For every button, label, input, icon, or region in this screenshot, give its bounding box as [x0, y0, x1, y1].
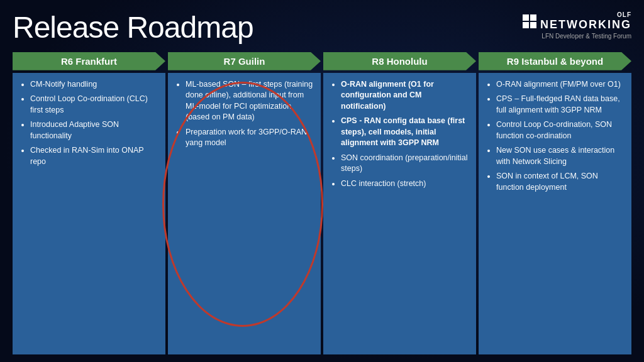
- col-header-r8: R8 Honolulu: [323, 52, 476, 70]
- olf-text: OLF: [540, 11, 631, 18]
- col-header-r6: R6 Frankfurt: [13, 52, 165, 70]
- list-item: CPS - RAN config data base (first steps)…: [341, 116, 469, 149]
- slide-title: Release Roadmap: [13, 11, 253, 45]
- list-item: Preparation work for 3GPP/O-RAN yang mod…: [186, 127, 313, 149]
- col-header-r9: R9 Istanbul & beyond: [479, 52, 631, 70]
- list-item: ML-based SON – first steps (training don…: [186, 79, 313, 123]
- list-item: New SON use cases & interaction with Net…: [496, 145, 624, 167]
- list-item: Control Loop Co-ordination (CLC) first s…: [30, 94, 158, 116]
- col-box-r7: ML-based SON – first steps (training don…: [168, 73, 321, 354]
- lfn-subtitle: LFN Developer & Testing Forum: [523, 33, 631, 40]
- col-box-r6: CM-Notify handling Control Loop Co-ordin…: [13, 73, 165, 354]
- col-box-r9: O-RAN alignment (FM/PM over O1) CPS – Fu…: [479, 73, 631, 354]
- networking-text: NETWORKING: [540, 18, 631, 31]
- list-item: CLC interaction (stretch): [341, 178, 469, 190]
- column-content-row: CM-Notify handling Control Loop Co-ordin…: [13, 73, 631, 354]
- logo-top: OLF NETWORKING: [523, 11, 631, 31]
- list-item: O-RAN alignment (FM/PM over O1): [496, 79, 624, 90]
- column-headers-row: R6 Frankfurt R7 Guilin R8 Honolulu R9 Is…: [13, 52, 631, 70]
- list-item: SON coordination (preparation/initial st…: [341, 153, 469, 175]
- list-item: Checked in RAN-Sim into ONAP repo: [30, 145, 158, 167]
- list-item: SON in context of LCM, SON function depl…: [496, 171, 624, 193]
- list-item: CM-Notify handling: [30, 79, 158, 90]
- list-item: Control Loop Co-ordination, SON function…: [496, 119, 624, 141]
- roadmap-columns: R6 Frankfurt R7 Guilin R8 Honolulu R9 Is…: [13, 52, 631, 354]
- list-item: Introduced Adaptive SON functionality: [30, 119, 158, 141]
- list-item: O-RAN alignment (O1 for configuration an…: [341, 79, 469, 112]
- col-header-r7: R7 Guilin: [168, 52, 321, 70]
- slide-content: Release Roadmap OLF NETWORKING LFN Devel…: [0, 0, 644, 362]
- slide-header: Release Roadmap OLF NETWORKING LFN Devel…: [13, 11, 631, 45]
- olf-icon: [523, 14, 536, 28]
- list-item: CPS – Full-fledged RAN data base, full a…: [496, 94, 624, 116]
- col-box-r8: O-RAN alignment (O1 for configuration an…: [323, 73, 476, 354]
- logo-area: OLF NETWORKING LFN Developer & Testing F…: [523, 11, 631, 40]
